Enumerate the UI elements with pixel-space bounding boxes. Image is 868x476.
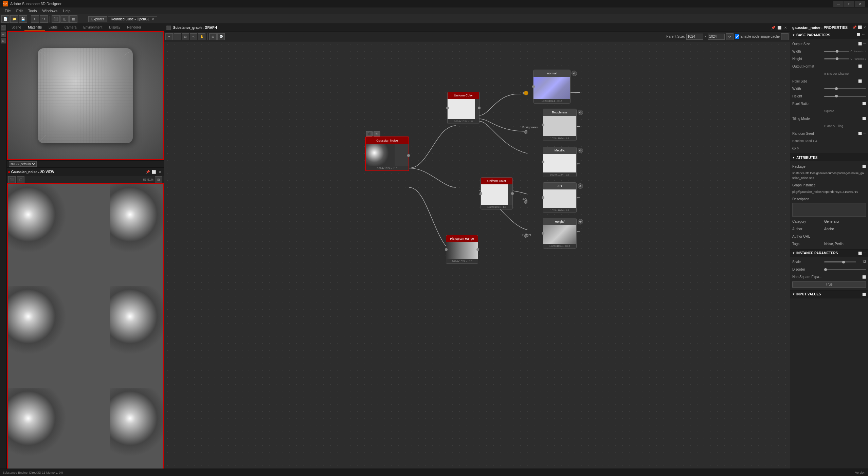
input-values-icon[interactable]: ⬜: [862, 293, 866, 296]
random-seed-icon-2[interactable]: ⋯: [863, 132, 866, 135]
menu-file[interactable]: File: [2, 8, 14, 14]
graph-close-icon[interactable]: ✕: [783, 25, 788, 30]
instance-params-header[interactable]: ▼ INSTANCE PARAMETERS ⬜ ⋯: [790, 250, 868, 257]
input-values-header[interactable]: ▼ INPUT VALUES ⬜: [790, 291, 868, 298]
parent-size-sync[interactable]: ⟳: [726, 33, 734, 40]
close-button[interactable]: ✕: [855, 1, 865, 7]
toolbar-new[interactable]: 📄: [1, 15, 10, 23]
nav-tab-renderer[interactable]: Renderer: [124, 24, 145, 30]
node-height-port-in[interactable]: [542, 232, 544, 235]
graph-btn-zoom-out[interactable]: -: [174, 33, 181, 40]
properties-pin-icon[interactable]: 📌: [852, 25, 856, 29]
pixel-size-icon-2[interactable]: ⋯: [863, 79, 866, 83]
node-uniform-color-1[interactable]: Uniform Color 1024x1024 - L8: [447, 92, 480, 124]
pixel-width-thumb[interactable]: [835, 87, 838, 90]
node-histogram-port-in[interactable]: [445, 248, 448, 251]
base-parameters-header[interactable]: ▼ BASE PARAMETERS ⬜ ⋯: [790, 31, 868, 39]
view2d-btn-1[interactable]: ⬛: [8, 176, 16, 183]
output-format-icon-2[interactable]: ⋯: [863, 65, 866, 68]
properties-expand-icon[interactable]: ⬜: [858, 25, 862, 29]
description-textarea[interactable]: [792, 203, 866, 217]
graph-btn-fit[interactable]: ⊡: [182, 33, 189, 40]
tab-close-viewport[interactable]: ✕: [151, 17, 154, 21]
random-seed-icon-1[interactable]: ⬜: [858, 132, 862, 135]
color-mode-select[interactable]: sRGB (default): [9, 161, 37, 167]
node-histogram-port-out[interactable]: [476, 248, 479, 251]
node-gaussian[interactable]: ⬛ 👁 Gaussian Noise 1024x1024 - L16: [365, 136, 409, 171]
node-ao-port-in[interactable]: [542, 196, 544, 199]
node-ao-output[interactable]: AO ⟳ 1024x1024 - L8: [543, 182, 577, 213]
toolbar-save[interactable]: 💾: [19, 15, 27, 23]
node-uniform-color-2[interactable]: Uniform Color 1024x1024 - L8: [481, 177, 513, 209]
node-roughness-port-in[interactable]: [542, 124, 544, 126]
node-height-icon[interactable]: ⟳: [578, 219, 583, 224]
scale-slider[interactable]: [824, 261, 856, 262]
node-ao-icon[interactable]: ⟳: [578, 183, 583, 189]
node-histogram[interactable]: Histogram Range 1024x1024 - L16: [446, 235, 478, 264]
node-normal-output[interactable]: normal ⟳ 1024x1024 - C16: [533, 70, 571, 104]
nav-tab-lights[interactable]: Lights: [45, 24, 61, 30]
node-metallic-output[interactable]: Metallic ⟳ 1024x1024 - C8: [543, 147, 577, 177]
graph-canvas[interactable]: ⬛ 👁 Gaussian Noise 1024x1024 - L16 Unifo…: [164, 41, 790, 476]
tab-explorer[interactable]: Explorer: [88, 16, 107, 22]
minimize-button[interactable]: —: [833, 1, 844, 7]
tiling-mode-icon[interactable]: ⬜: [862, 117, 866, 120]
output-height-thumb[interactable]: [836, 57, 838, 60]
graph-btn-move[interactable]: ✋: [198, 33, 205, 40]
toolbar-btn-4[interactable]: ◫: [60, 15, 69, 23]
output-width-slider[interactable]: [824, 51, 849, 52]
disorder-slider[interactable]: [824, 269, 866, 270]
graph-btn-comment[interactable]: 💬: [217, 33, 225, 40]
disorder-thumb[interactable]: [824, 268, 827, 271]
node-roughness-output[interactable]: Roughness ⟳ 1024x1024 - L8: [543, 109, 577, 141]
package-icon[interactable]: ⬜: [862, 165, 866, 168]
toolbar-open[interactable]: 📁: [10, 15, 18, 23]
menu-edit[interactable]: Edit: [14, 8, 25, 14]
nav-tab-scene[interactable]: Scene: [8, 24, 24, 30]
node-roughness-icon[interactable]: ⟳: [578, 110, 583, 115]
scale-thumb[interactable]: [842, 261, 845, 263]
menu-windows[interactable]: Windows: [39, 8, 60, 14]
non-square-true-btn[interactable]: True: [792, 281, 866, 288]
cache-more[interactable]: ⋯: [781, 33, 789, 40]
node-gaussian-icon-2[interactable]: 👁: [374, 131, 380, 136]
nav-tab-display[interactable]: Display: [106, 24, 124, 30]
cache-checkbox[interactable]: [735, 34, 739, 39]
properties-close-icon[interactable]: ✕: [863, 25, 866, 29]
node-uc1-port-in[interactable]: [446, 107, 449, 109]
base-params-icon-2[interactable]: ⋯: [862, 33, 866, 37]
view2d-fit[interactable]: ⊡: [155, 176, 162, 183]
pixel-ratio-icon[interactable]: ⬜: [862, 102, 866, 105]
toolbar-btn-5[interactable]: ▦: [69, 15, 77, 23]
menu-help[interactable]: Help: [60, 8, 73, 14]
output-width-thumb[interactable]: [836, 50, 838, 53]
instance-params-icon-1[interactable]: ⬜: [858, 252, 862, 255]
attributes-header[interactable]: ▼ ATTRIBUTES: [790, 154, 868, 161]
pixel-size-icon-1[interactable]: ⬜: [858, 79, 862, 83]
pixel-height-slider[interactable]: [824, 96, 866, 97]
maximize-button[interactable]: □: [844, 1, 854, 7]
seed-circle[interactable]: [792, 147, 796, 150]
menu-tools[interactable]: Tools: [25, 8, 40, 14]
node-metallic-icon[interactable]: ⟳: [578, 148, 583, 153]
output-size-icon-1[interactable]: ⬜: [858, 42, 862, 45]
sidebar-icon-3[interactable]: ⊡: [1, 38, 6, 43]
toolbar-btn-3[interactable]: ⬛: [52, 15, 60, 23]
node-gaussian-port-out[interactable]: [407, 154, 410, 157]
view2d-btn-2[interactable]: ◫: [17, 176, 24, 183]
nav-tab-environment[interactable]: Environment: [80, 24, 106, 30]
graph-maximize-icon[interactable]: ⬜: [777, 25, 782, 30]
pixel-height-thumb[interactable]: [835, 95, 838, 97]
graph-btn-snap[interactable]: ⊞: [209, 33, 217, 40]
graph-pin-icon[interactable]: 📌: [771, 25, 776, 30]
parent-size-input[interactable]: [686, 34, 703, 40]
node-uc1-port-out[interactable]: [478, 107, 481, 109]
node-normal-output-port-in[interactable]: [532, 85, 535, 88]
node-metallic-port-in[interactable]: [542, 161, 544, 163]
nav-tab-camera[interactable]: Camera: [61, 24, 80, 30]
node-uc2-port-out[interactable]: [511, 192, 514, 195]
toolbar-redo[interactable]: ↪: [40, 15, 48, 23]
graph-btn-zoom-in[interactable]: +: [165, 33, 173, 40]
non-square-icon[interactable]: ⬜: [862, 275, 866, 279]
sidebar-icon-2[interactable]: ✏: [1, 32, 6, 37]
